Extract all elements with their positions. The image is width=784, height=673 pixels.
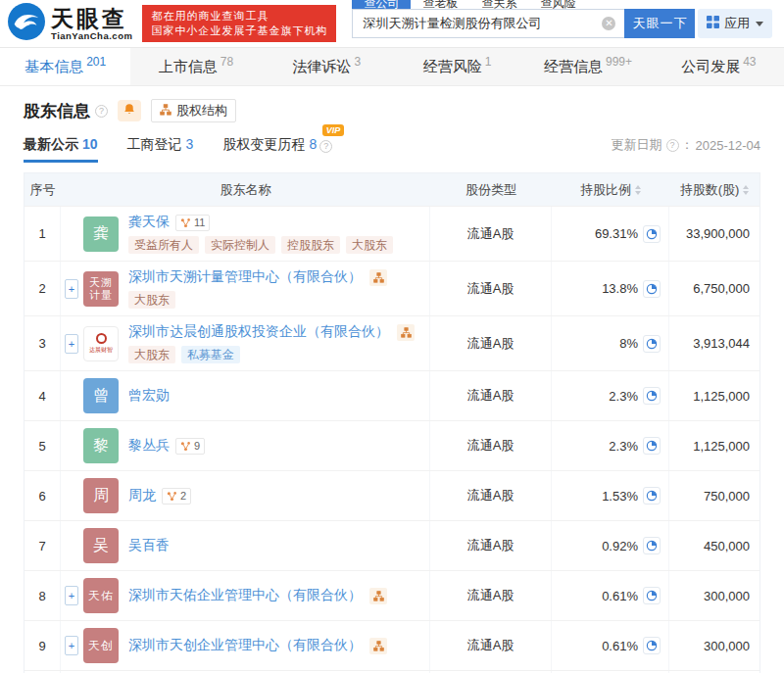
relation-badge[interactable]: 2 <box>162 488 191 505</box>
shareholder-info: 周龙 2 <box>128 487 191 505</box>
relation-count: 2 <box>180 490 186 502</box>
tab-operation-info[interactable]: 经营信息 999+ <box>522 48 653 85</box>
avatar-text: 周 <box>93 486 109 506</box>
shareholder-name-link[interactable]: 深圳市达晨创通股权投资企业（有限合伙） <box>128 323 389 341</box>
shareholder-name-link[interactable]: 深圳市天溯计量管理中心（有限合伙） <box>128 268 362 286</box>
row-serial: 2 <box>38 281 45 296</box>
equity-structure-icon[interactable] <box>397 324 415 341</box>
avatar: 天创 <box>83 628 119 663</box>
tab-operation-risk[interactable]: 经营风险 1 <box>392 48 522 85</box>
share-count: 33,900,000 <box>686 226 750 241</box>
tab-listing-info[interactable]: 上市信息 78 <box>130 48 261 85</box>
shareholder-name-link[interactable]: 深圳市天佑企业管理中心（有限合伙） <box>128 587 362 604</box>
expand-button[interactable]: + <box>65 586 78 605</box>
holding-ratio: 2.3% <box>609 389 638 404</box>
pie-chart-icon[interactable] <box>643 637 661 654</box>
shareholder-name-link[interactable]: 黎丛兵 <box>128 437 170 455</box>
holding-ratio: 0.61% <box>602 589 638 603</box>
share-type: 流通A股 <box>467 637 514 654</box>
help-icon[interactable]: ? <box>95 105 108 118</box>
shareholder-name-link[interactable]: 吴百香 <box>128 537 170 554</box>
tianyancha-logo-icon <box>8 3 45 44</box>
pie-chart-icon[interactable] <box>643 537 661 554</box>
subtab-equity-change-history[interactable]: 股权变更历程8? VIP <box>222 136 332 163</box>
shareholder-name-link[interactable]: 龚天保 <box>128 214 170 231</box>
expand-button[interactable]: + <box>65 334 78 354</box>
tab-legal-litigation[interactable]: 法律诉讼 3 <box>262 48 392 85</box>
tab-label: 经营信息 <box>544 58 603 76</box>
pie-chart-icon[interactable] <box>643 587 661 604</box>
pie-chart-icon[interactable] <box>643 437 661 455</box>
header-share-count[interactable]: 持股数(股) <box>669 181 760 199</box>
shareholder-name-link[interactable]: 深圳市天创企业管理中心（有限合伙） <box>128 637 362 654</box>
tab-company-development[interactable]: 公司发展 43 <box>654 48 784 85</box>
apps-label: 应用 <box>724 15 750 32</box>
expand-button[interactable]: + <box>65 636 78 655</box>
avatar-text: 天溯 <box>89 276 113 289</box>
notification-bell-button[interactable] <box>118 100 141 121</box>
tags-line: 大股东 <box>128 291 387 309</box>
promo-banner-line2: 国家中小企业发展子基金旗下机构 <box>151 24 327 38</box>
table-row: 6 + 周 周龙 2 流通A股 <box>24 470 760 520</box>
avatar: 周 <box>83 478 119 513</box>
sort-icon[interactable] <box>743 185 749 195</box>
header-share-type: 股份类型 <box>430 181 552 199</box>
share-type: 流通A股 <box>467 225 514 243</box>
equity-structure-button[interactable]: 股权结构 <box>151 99 236 122</box>
shareholder-table: 序号 股东名称 股份类型 持股比例 持股数(股) 1 + 龚 龚天保 <box>24 172 760 673</box>
shareholder-name-link[interactable]: 曾宏勋 <box>128 387 170 405</box>
header-shareholder-name: 股东名称 <box>61 181 430 199</box>
pie-chart-icon[interactable] <box>643 225 661 243</box>
expand-button[interactable]: + <box>65 279 78 299</box>
org-chart-icon <box>160 104 172 119</box>
subtab-business-registration[interactable]: 工商登记3 <box>127 136 194 163</box>
shareholder-info: 深圳市天溯计量管理中心（有限合伙） 大股东 <box>128 268 387 309</box>
pie-chart-icon[interactable] <box>643 487 661 505</box>
tab-label: 经营风险 <box>423 58 482 76</box>
share-count: 300,000 <box>704 589 750 603</box>
tab-count: 201 <box>86 55 106 69</box>
search-button[interactable]: 天眼一下 <box>624 9 695 38</box>
subtab-count: 8 <box>309 136 317 152</box>
shareholder-name-link[interactable]: 周龙 <box>128 487 156 505</box>
main-content: 股东信息 ? 股权结构 <box>0 99 784 673</box>
header-holding-ratio[interactable]: 持股比例 <box>552 181 669 199</box>
equity-structure-icon[interactable] <box>369 638 387 654</box>
pie-chart-icon[interactable] <box>643 335 661 353</box>
share-type: 流通A股 <box>467 335 514 353</box>
share-type: 流通A股 <box>467 437 514 455</box>
share-count: 1,125,000 <box>693 439 750 454</box>
pie-chart-icon[interactable] <box>643 280 661 298</box>
tianyancha-logo[interactable]: 天眼查 TianYanCha.com <box>8 3 132 44</box>
pie-chart-icon[interactable] <box>643 387 661 405</box>
table-row: 1 + 龚 龚天保 11 受益所有人实际控制人控股股东大股东 <box>24 206 760 261</box>
header-serial: 序号 <box>24 181 61 199</box>
tab-basic-info[interactable]: 基本信息 201 <box>0 48 130 85</box>
avatar: 吴 <box>83 528 119 563</box>
tab-count: 999+ <box>606 55 632 69</box>
subtab-count: 10 <box>82 136 98 152</box>
holding-ratio: 8% <box>619 336 638 351</box>
subtab-latest-disclosure[interactable]: 最新公示10 <box>24 136 98 163</box>
equity-structure-icon[interactable] <box>369 269 387 286</box>
row-serial: 9 <box>38 639 45 653</box>
section-title: 股东信息 <box>24 100 90 122</box>
equity-structure-label: 股权结构 <box>176 102 227 120</box>
help-icon[interactable]: ? <box>666 139 679 152</box>
sort-icon[interactable] <box>635 185 641 195</box>
help-icon[interactable]: ? <box>319 140 332 153</box>
search-input[interactable] <box>352 9 624 38</box>
tags-line: 大股东私募基金 <box>128 346 415 363</box>
equity-structure-icon[interactable] <box>369 588 387 604</box>
app-grid-icon <box>707 16 719 31</box>
header-label: 持股比例 <box>580 181 631 199</box>
apps-menu-button[interactable]: 应用 <box>698 9 772 38</box>
holding-ratio: 0.61% <box>602 639 638 653</box>
holding-ratio: 2.3% <box>609 439 638 454</box>
avatar-text: 天佑 <box>88 588 114 604</box>
relation-badge[interactable]: 9 <box>175 438 205 455</box>
header-label: 持股数(股) <box>680 181 740 199</box>
shareholder-info: 龚天保 11 受益所有人实际控制人控股股东大股东 <box>128 214 393 254</box>
tab-label: 上市信息 <box>159 58 218 76</box>
relation-badge[interactable]: 11 <box>175 215 210 231</box>
